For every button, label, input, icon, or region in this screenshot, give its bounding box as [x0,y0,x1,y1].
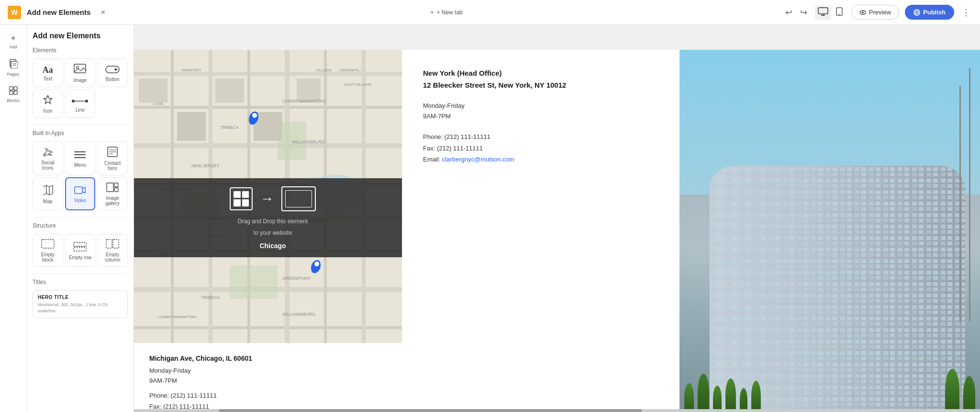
topbar-center: + + New tab [424,6,468,19]
element-menu-label: Menu [74,162,86,168]
element-empty-block[interactable]: Empty block [33,234,63,267]
element-contact-form-label: Contact form [100,160,125,171]
plus-icon: + [430,9,434,16]
undo-button[interactable]: ↩ [783,5,794,20]
scrollbar-track[interactable] [134,409,980,412]
titles-section-label: Titles [33,279,128,286]
svg-point-6 [862,11,864,13]
ny-info-panel: New York (Head Office) 12 Bleecker Stree… [402,50,679,412]
icon-rail: + Add Pages [0,25,27,412]
element-gallery-label: Image gallery [100,195,125,206]
video-icon [74,186,86,196]
svg-text:GREENPOINT: GREENPOINT [282,276,311,281]
blocks-icon [9,86,18,97]
map-background[interactable]: TRIBECA NEW JERSEY LOWER MANHATTAN WILLI… [134,50,402,412]
element-map[interactable]: Map [33,177,63,210]
ny-fax: Fax: (212) 111-11111 [423,145,483,152]
image-icon [74,64,86,76]
ny-hours-1: Monday-Friday [423,102,465,109]
empty-row-icon [73,242,87,253]
element-empty-column[interactable]: Empty column [97,234,128,267]
preview-label: Preview [869,9,891,16]
tree-1 [684,383,694,412]
element-video[interactable]: Video [65,177,96,210]
element-menu[interactable]: Menu [65,141,96,175]
contact-form-icon [107,147,118,159]
grid-cell-2 [242,191,249,198]
button-icon [105,65,120,75]
svg-text:VILLAGE: VILLAGE [316,68,332,72]
element-empty-column-label: Empty column [100,252,125,263]
sidebar: + Add Pages [0,25,134,412]
scrollbar-thumb[interactable] [219,409,642,412]
svg-rect-71 [215,79,244,103]
chicago-hours: Monday-Friday 9AM-7PM [149,366,387,386]
preview-button[interactable]: Preview [851,5,899,20]
drag-drop-overlay: → Drag and Drop this element to your web… [134,178,402,257]
svg-point-94 [252,113,257,118]
line-icon [71,96,89,105]
publish-button[interactable]: Publish [905,5,954,20]
new-tab-button[interactable]: + + New tab [424,6,468,19]
main-canvas: TRIBECA NEW JERSEY LOWER MANHATTAN WILLI… [134,50,980,412]
chicago-info-panel: Michigan Ave, Chicago, IL 60601 Monday-F… [134,343,402,412]
element-icon[interactable]: Icon [33,89,63,118]
hero-title-block[interactable]: HERO TITLE Montserrat, 300, 341px., 1 li… [33,290,128,318]
element-empty-block-label: Empty block [35,252,61,263]
ny-hours-2: 9AM-7PM [423,113,451,120]
svg-text:LOWER MANHATTAN: LOWER MANHATTAN [158,315,196,319]
tree-8 [963,376,975,412]
element-social-icons[interactable]: Social Icons [33,141,63,175]
tablet-view-button[interactable] [833,5,846,20]
svg-rect-41 [42,240,54,248]
ny-phone: Phone: (212) 111-11111 [423,133,490,140]
website-frame: TRIBECA NEW JERSEY LOWER MANHATTAN WILLI… [134,50,980,412]
desktop-view-button[interactable] [815,5,831,20]
element-image-gallery[interactable]: Image gallery [97,177,128,210]
divider-1 [33,125,128,125]
svg-text:GREENPO...: GREENPO... [340,68,362,72]
tree-7 [945,369,959,412]
svg-rect-47 [113,240,119,248]
grid-cell-1 [234,191,241,198]
svg-point-95 [314,262,319,266]
close-button[interactable]: × [96,6,110,19]
element-text[interactable]: Aa Text [33,58,63,87]
chicago-phone: Phone: (212) 111-11111 [149,392,217,399]
structure-section-label: Structure [33,222,128,229]
svg-rect-38 [107,183,113,192]
element-contact-form[interactable]: Contact form [97,141,128,175]
element-line[interactable]: Line [65,89,96,118]
element-text-label: Text [44,76,52,81]
svg-rect-18 [10,91,13,94]
svg-point-4 [839,14,840,15]
element-image[interactable]: Image [65,58,96,87]
chicago-hours-2: 9AM-7PM [149,377,177,384]
svg-rect-70 [177,112,206,141]
more-options-button[interactable]: ⋮ [960,5,972,20]
rail-blocks-label: Blocks [7,98,20,103]
rail-pages[interactable]: Pages [1,56,25,80]
chicago-address: Michigan Ave, Chicago, IL 60601 [149,355,387,362]
element-button[interactable]: Button [97,58,128,87]
structure-grid: Empty block Empty row [33,234,128,267]
ny-email-link[interactable]: clarbergnyc@mutson.com [442,156,514,163]
grid-cell-3 [234,199,241,206]
svg-rect-0 [818,8,828,14]
element-empty-row[interactable]: Empty row [65,234,96,267]
redo-button[interactable]: ↪ [798,5,809,20]
svg-text:EAST VILLAGE: EAST VILLAGE [345,82,371,87]
empty-column-icon [106,239,119,250]
hero-title-desc: Montserrat, 300, 341px., 1 line, 0 Ch, u… [38,302,122,314]
trees [679,340,980,412]
main-layout: + Add Pages [0,25,980,412]
rail-add[interactable]: + Add [1,31,25,52]
element-button-label: Button [106,77,120,82]
logo: W [8,6,21,19]
svg-rect-19 [14,91,17,94]
element-icon-label: Icon [43,108,52,114]
rail-blocks[interactable]: Blocks [1,83,25,106]
screen-icon [281,186,316,211]
tree-2 [698,374,709,412]
building-photo [679,50,980,412]
